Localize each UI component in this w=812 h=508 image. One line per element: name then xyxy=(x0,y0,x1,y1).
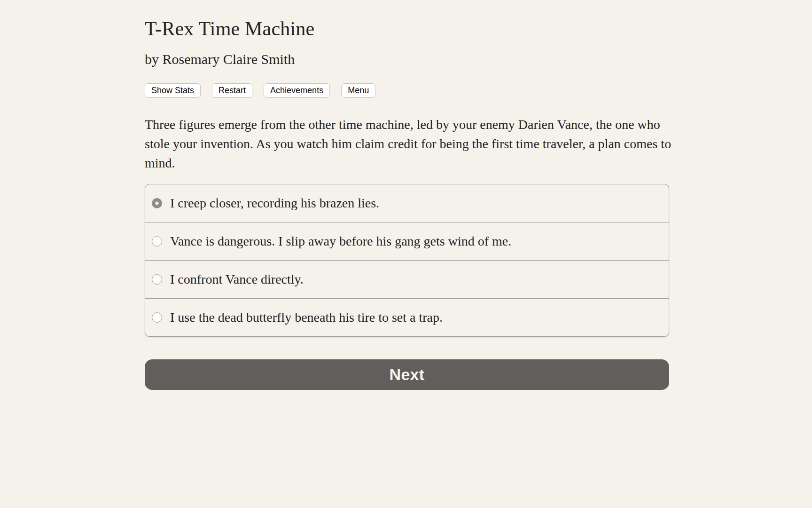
menu-button[interactable]: Menu xyxy=(341,83,375,98)
choice-option-2[interactable]: Vance is dangerous. I slip away before h… xyxy=(145,222,669,260)
story-paragraph: Three figures emerge from the other time… xyxy=(145,115,675,173)
choice-list: I creep closer, recording his brazen lie… xyxy=(145,184,669,337)
radio-button-icon[interactable] xyxy=(152,312,162,323)
restart-button[interactable]: Restart xyxy=(212,83,252,98)
show-stats-button[interactable]: Show Stats xyxy=(145,83,201,98)
choice-option-label: I creep closer, recording his brazen lie… xyxy=(170,195,379,211)
next-button[interactable]: Next xyxy=(145,359,669,390)
radio-button-icon[interactable] xyxy=(152,274,162,285)
radio-button-icon[interactable] xyxy=(152,236,162,246)
choice-option-4[interactable]: I use the dead butterfly beneath his tir… xyxy=(145,298,669,336)
choice-option-3[interactable]: I confront Vance directly. xyxy=(145,260,669,298)
toolbar: Show Stats Restart Achievements Menu xyxy=(145,83,669,98)
page-content: T-Rex Time Machine by Rosemary Claire Sm… xyxy=(145,17,669,390)
achievements-button[interactable]: Achievements xyxy=(264,83,330,98)
radio-button-icon[interactable] xyxy=(152,198,162,208)
choice-option-1[interactable]: I creep closer, recording his brazen lie… xyxy=(145,184,669,222)
choice-option-label: I use the dead butterfly beneath his tir… xyxy=(170,310,443,325)
author-byline: by Rosemary Claire Smith xyxy=(145,51,669,68)
choice-option-label: Vance is dangerous. I slip away before h… xyxy=(170,233,511,249)
page-title: T-Rex Time Machine xyxy=(145,17,669,40)
choice-option-label: I confront Vance directly. xyxy=(170,271,304,287)
